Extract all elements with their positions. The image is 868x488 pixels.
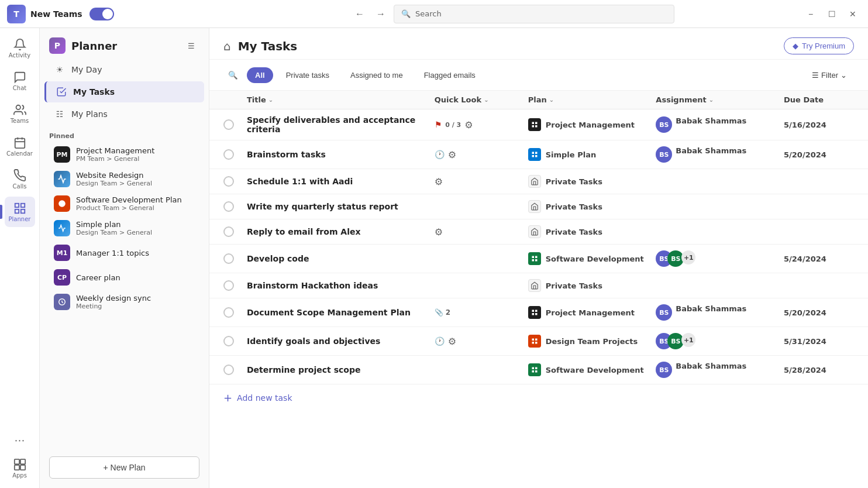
checkbox-circle[interactable]	[223, 307, 234, 318]
task-title: Write my quarterly status report	[247, 202, 435, 211]
more-dots-button[interactable]: ⋯	[5, 429, 35, 451]
checkbox-circle[interactable]	[223, 176, 234, 187]
svg-rect-5	[15, 203, 18, 207]
maximize-button[interactable]: ☐	[824, 5, 840, 23]
col-quicklook[interactable]: Quick Look ⌄	[435, 95, 528, 104]
teams-logo: T	[7, 5, 26, 23]
filter-search-button[interactable]: 🔍	[223, 66, 242, 84]
titlebar-left: T New Teams	[7, 5, 223, 23]
checkbox-circle[interactable]	[223, 280, 234, 291]
new-plan-button[interactable]: + New Plan	[49, 456, 199, 479]
sidebar-header: P Planner ☰	[40, 28, 209, 59]
nav-item-mytasks[interactable]: My Tasks	[44, 81, 204, 102]
table-row[interactable]: Identify goals and objectives 🕐⚙ Design …	[209, 327, 868, 356]
table-row[interactable]: Brainstorm tasks 🕐⚙ Simple Plan BS Babak…	[209, 140, 868, 169]
task-checkbox[interactable]	[223, 253, 247, 264]
sidebar-item-activity[interactable]: Activity	[5, 33, 35, 63]
svg-rect-9	[14, 459, 19, 463]
avatar-count: +1	[681, 333, 695, 347]
avatar: BS	[656, 362, 672, 378]
col-title[interactable]: Title ⌄	[247, 95, 435, 104]
svg-rect-1	[15, 138, 25, 148]
forward-button[interactable]: →	[373, 6, 389, 22]
filter-button[interactable]: ☰ Filter ⌄	[805, 67, 854, 83]
svg-rect-31	[532, 339, 534, 341]
sidebar-collapse-button[interactable]: ☰	[183, 37, 199, 54]
sidebar-item-planner[interactable]: Planner	[5, 197, 35, 227]
pinned-item-pm[interactable]: PM Project Management PM Team > General	[44, 143, 204, 166]
task-checkbox[interactable]	[223, 149, 247, 160]
tab-assigned[interactable]: Assigned to me	[342, 67, 411, 83]
task-checkbox[interactable]	[223, 280, 247, 291]
pinned-item-cp[interactable]: CP Career plan	[44, 266, 204, 289]
task-checkbox[interactable]	[223, 119, 247, 130]
svg-rect-26	[535, 259, 538, 262]
task-duedate: 5/24/2024	[784, 255, 854, 263]
back-button[interactable]: ←	[352, 6, 368, 22]
calendar-label: Calendar	[6, 150, 33, 157]
checkbox-circle[interactable]	[223, 226, 234, 237]
close-button[interactable]: ✕	[845, 5, 861, 23]
main-layout: Activity Chat Teams Calendar Calls	[0, 28, 868, 488]
tab-all[interactable]: All	[247, 67, 273, 83]
try-premium-button[interactable]: ◆ Try Premium	[784, 37, 854, 54]
tab-flagged[interactable]: Flagged emails	[416, 67, 484, 83]
svg-rect-12	[20, 465, 25, 469]
checkbox-circle[interactable]	[223, 119, 234, 130]
task-plan: Design Team Projects	[528, 335, 656, 348]
minimize-button[interactable]: −	[802, 5, 819, 23]
task-duedate: 5/20/2024	[784, 308, 854, 317]
sd-sub: Product Team > General	[76, 204, 182, 212]
nav-item-myday[interactable]: ☀ My Day	[44, 59, 204, 80]
sidebar-item-calendar[interactable]: Calendar	[5, 131, 35, 161]
table-row[interactable]: Develop code Software Development BS BS …	[209, 245, 868, 273]
plan-name: Project Management	[546, 308, 635, 317]
task-checkbox[interactable]	[223, 176, 247, 187]
tasks-icon	[56, 86, 67, 98]
task-checkbox[interactable]	[223, 365, 247, 375]
table-row[interactable]: Determine project scope Software Develop…	[209, 356, 868, 384]
checkbox-circle[interactable]	[223, 253, 234, 264]
checkbox-circle[interactable]	[223, 201, 234, 212]
settings-icon: ⚙	[448, 149, 456, 160]
grid-icon: ☷	[54, 108, 66, 120]
pinned-item-sd[interactable]: Software Development Plan Product Team >…	[44, 192, 204, 215]
task-duedate: 5/16/2024	[784, 121, 854, 129]
checkbox-circle[interactable]	[223, 149, 234, 160]
sidebar-item-calls[interactable]: Calls	[5, 164, 35, 194]
table-row[interactable]: Schedule 1:1 with Aadi ⚙ Private Tasks	[209, 169, 868, 194]
sidebar-item-chat[interactable]: Chat	[5, 66, 35, 96]
sp-icon	[54, 220, 70, 236]
search-bar[interactable]: 🔍 Search	[394, 5, 674, 23]
col-assignment[interactable]: Assignment ⌄	[656, 95, 784, 104]
table-row[interactable]: Brainstorm Hackathon ideas Private Tasks	[209, 273, 868, 298]
pinned-item-sp[interactable]: Simple plan Design Team > General	[44, 216, 204, 240]
tab-private[interactable]: Private tasks	[278, 67, 337, 83]
table-row[interactable]: Document Scope Management Plan 📎 2 Proje…	[209, 298, 868, 327]
checkbox-circle[interactable]	[223, 336, 234, 346]
task-checkbox[interactable]	[223, 201, 247, 212]
plan-name: Simple Plan	[546, 150, 596, 159]
task-plan: Project Management	[528, 306, 656, 319]
plan-icon	[528, 175, 541, 188]
new-teams-toggle[interactable]	[89, 8, 114, 20]
table-row[interactable]: Specify deliverables and acceptance crit…	[209, 109, 868, 140]
table-row[interactable]: Write my quarterly status report Private…	[209, 194, 868, 219]
task-checkbox[interactable]	[223, 226, 247, 237]
pinned-item-m1[interactable]: M1 Manager 1:1 topics	[44, 241, 204, 264]
table-row[interactable]: Reply to email from Alex ⚙ Private Tasks	[209, 219, 868, 245]
task-checkbox[interactable]	[223, 307, 247, 318]
checkbox-circle[interactable]	[223, 365, 234, 375]
plan-icon	[528, 335, 541, 348]
task-assignment: BS Babak Shammas	[656, 362, 784, 378]
col-plan[interactable]: Plan ⌄	[528, 95, 656, 104]
nav-item-myplans[interactable]: ☷ My Plans	[44, 104, 204, 125]
sidebar-item-teams[interactable]: Teams	[5, 98, 35, 129]
pinned-item-wd[interactable]: Weekly design sync Meeting	[44, 290, 204, 314]
myplans-label: My Plans	[71, 109, 108, 119]
task-checkbox[interactable]	[223, 336, 247, 346]
add-task-row[interactable]: + Add new task	[209, 384, 868, 411]
pinned-item-wr[interactable]: Website Redesign Design Team > General	[44, 167, 204, 191]
sidebar-item-apps[interactable]: Apps	[5, 453, 35, 483]
task-assignment: BS Babak Shammas	[656, 304, 784, 321]
